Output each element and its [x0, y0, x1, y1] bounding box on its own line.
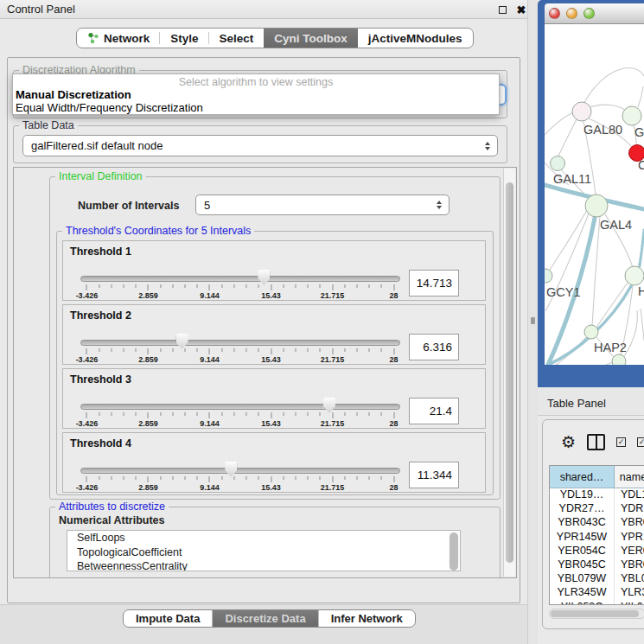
- table-data-combobox[interactable]: galFiltered.sif default node: [22, 135, 498, 156]
- table-row[interactable]: YBR045CYBR0: [550, 558, 644, 572]
- table-row[interactable]: YDL19…YDL1: [550, 488, 644, 502]
- network-window-titlebar[interactable]: [545, 3, 644, 24]
- network-edge[interactable]: [641, 309, 644, 341]
- table-row[interactable]: YPR145WYPR1: [550, 531, 644, 545]
- slider-thumb[interactable]: [258, 270, 270, 285]
- table-row[interactable]: YER054CYER0: [550, 545, 644, 558]
- network-node[interactable]: [622, 106, 641, 125]
- dropdown-option-equal-width-frequency[interactable]: Equal Width/Frequency Discretization: [15, 101, 497, 114]
- slider-tick: [381, 476, 382, 480]
- columns-icon[interactable]: [587, 434, 605, 450]
- close-window-button[interactable]: [549, 8, 560, 19]
- tab-select[interactable]: Select: [209, 29, 265, 48]
- cell-shared-name[interactable]: YBL079W: [550, 572, 615, 586]
- cell-name[interactable]: YDL1: [615, 488, 644, 502]
- tab-discretize-data[interactable]: Discretize Data: [213, 610, 318, 627]
- network-edge[interactable]: [590, 105, 628, 112]
- cell-shared-name[interactable]: YLR345W: [550, 586, 615, 600]
- checkbox-icon[interactable]: ✓: [637, 437, 644, 447]
- slider-thumb[interactable]: [176, 334, 188, 349]
- cell-shared-name[interactable]: YBR045C: [550, 558, 615, 572]
- minimize-window-button[interactable]: [566, 8, 577, 19]
- attribute-list-item[interactable]: TopologicalCoefficient: [67, 545, 460, 560]
- threshold-value-field[interactable]: 11.344: [409, 462, 459, 488]
- cell-shared-name[interactable]: YDL19…: [550, 488, 615, 502]
- panel-vertical-scrollbar[interactable]: [503, 169, 515, 577]
- tab-network[interactable]: Network: [77, 29, 160, 48]
- network-edge[interactable]: [583, 68, 644, 104]
- table-row[interactable]: YLR345WYLR3: [550, 586, 644, 600]
- table-row[interactable]: YDR27…YDR2: [550, 502, 644, 516]
- list-scrollbar[interactable]: [449, 532, 459, 570]
- gear-icon[interactable]: ⚙: [561, 434, 576, 450]
- threshold-slider[interactable]: -3.4262.8599.14415.4321.71528: [80, 241, 400, 302]
- threshold-slider[interactable]: -3.4262.8599.14415.4321.71528: [80, 369, 400, 430]
- cell-name[interactable]: YIL0: [615, 601, 644, 606]
- network-edge[interactable]: [545, 112, 576, 135]
- table-horizontal-scrollbar[interactable]: [549, 609, 644, 619]
- cell-shared-name[interactable]: YIL053C: [550, 601, 615, 606]
- threshold-slider[interactable]: -3.4262.8599.14415.4321.71528: [80, 433, 400, 494]
- threshold-slider[interactable]: -3.4262.8599.14415.4321.71528: [80, 305, 400, 366]
- slider-tick: [344, 412, 345, 416]
- network-node[interactable]: [551, 156, 565, 171]
- tab-infer-network[interactable]: Infer Network: [319, 610, 415, 627]
- network-node[interactable]: [585, 194, 608, 217]
- dropdown-option-manual-discretization[interactable]: Manual Discretization: [15, 88, 497, 101]
- network-edge[interactable]: [549, 210, 587, 271]
- column-header-shared-name[interactable]: shared…: [550, 466, 615, 488]
- slider-thumb[interactable]: [225, 462, 237, 477]
- table-row[interactable]: YIL053CYIL0: [550, 601, 644, 606]
- network-edge[interactable]: [596, 283, 628, 328]
- slider-tick: [393, 412, 394, 418]
- node-table[interactable]: shared… name YDL19…YDL1YDR27…YDR2YBR043C…: [549, 465, 644, 605]
- tab-cyni-toolbox[interactable]: Cyni Toolbox: [264, 29, 358, 48]
- cell-shared-name[interactable]: YBR043C: [550, 516, 615, 530]
- network-canvas[interactable]: GAL80GACGAL11GAL4GCY1HHAP2: [545, 24, 644, 365]
- tab-jactivemnodules[interactable]: jActiveMNodules: [358, 29, 473, 48]
- network-node[interactable]: [612, 354, 626, 365]
- slider-track[interactable]: [80, 468, 400, 474]
- threshold-value-field[interactable]: 14.713: [409, 270, 459, 296]
- cell-name[interactable]: YPR1: [615, 531, 644, 545]
- checkbox-icon[interactable]: ✓: [616, 437, 626, 447]
- cell-shared-name[interactable]: YPR145W: [550, 531, 615, 545]
- network-node[interactable]: [545, 269, 552, 283]
- slider-track[interactable]: [80, 340, 400, 346]
- slider-thumb[interactable]: [323, 398, 335, 413]
- network-edge[interactable]: [638, 86, 643, 107]
- cell-name[interactable]: YBR0: [615, 558, 644, 572]
- cell-shared-name[interactable]: YDR27…: [550, 502, 615, 516]
- table-row[interactable]: YBL079WYBL0: [550, 572, 644, 586]
- number-of-intervals-combobox[interactable]: 5: [195, 194, 450, 215]
- slider-track[interactable]: [80, 276, 400, 282]
- table-row[interactable]: YBR043CYBR0: [550, 516, 644, 530]
- threshold-value-field[interactable]: 21.4: [409, 398, 459, 424]
- tab-impute-data[interactable]: Impute Data: [124, 610, 213, 627]
- cell-name[interactable]: YBR0: [615, 516, 644, 530]
- slider-tick: [172, 348, 173, 352]
- zoom-window-button[interactable]: [583, 8, 595, 19]
- divider-handle[interactable]: [531, 317, 535, 324]
- cell-name[interactable]: YLR3: [615, 586, 644, 600]
- column-header-name[interactable]: name: [615, 466, 644, 488]
- cell-name[interactable]: YDR2: [615, 502, 644, 516]
- cell-shared-name[interactable]: YER054C: [550, 545, 615, 558]
- slider-tick: [369, 284, 370, 288]
- cell-name[interactable]: YBL0: [615, 572, 644, 586]
- threshold-value-field[interactable]: 6.316: [409, 334, 459, 360]
- attribute-list-item[interactable]: BetweennessCentrality: [67, 559, 460, 571]
- slider-tick: [148, 476, 149, 482]
- cell-name[interactable]: YER0: [615, 545, 644, 558]
- network-edge[interactable]: [558, 119, 577, 156]
- numerical-attributes-list[interactable]: SelfLoopsTopologicalCoefficientBetweenne…: [67, 530, 461, 571]
- attribute-list-item[interactable]: SelfLoops: [67, 531, 460, 545]
- network-edge-highlighted[interactable]: [640, 230, 644, 266]
- network-node[interactable]: [584, 325, 598, 339]
- close-panel-button[interactable]: ✖: [515, 3, 527, 16]
- tab-style[interactable]: Style: [160, 29, 208, 48]
- network-node[interactable]: [572, 102, 591, 121]
- slider-track[interactable]: [80, 404, 400, 410]
- network-node[interactable]: [625, 266, 644, 285]
- float-window-button[interactable]: [496, 3, 508, 16]
